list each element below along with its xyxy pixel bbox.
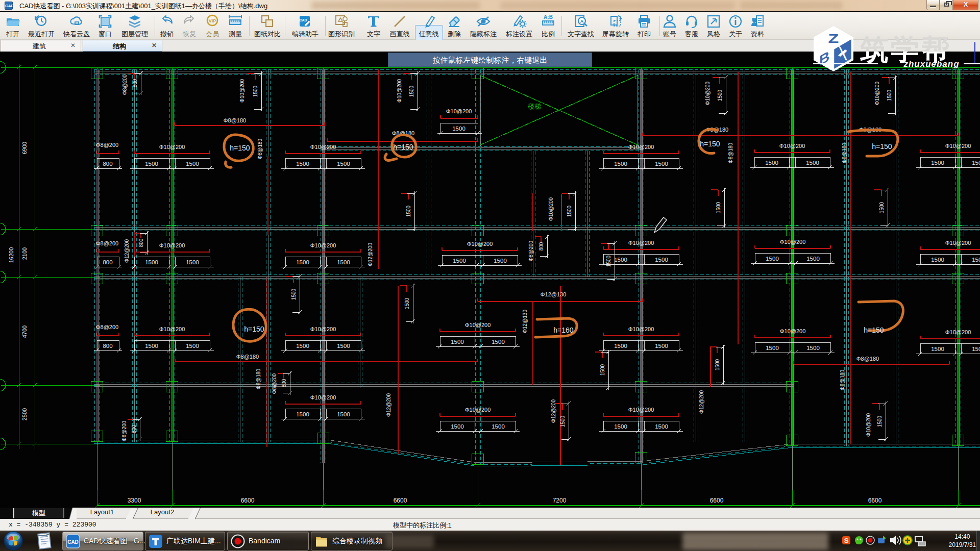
svg-text:Φ8@180: Φ8@180 [842, 142, 847, 163]
svg-text:Φ8@200: Φ8@200 [121, 420, 127, 441]
svg-text:Φ10@200: Φ10@200 [467, 241, 493, 247]
svg-text:Φ8@180: Φ8@180 [236, 354, 259, 360]
svg-text:6600: 6600 [868, 497, 882, 504]
svg-text:Φ8@180: Φ8@180 [224, 117, 246, 123]
svg-text:Φ8@180: Φ8@180 [840, 369, 845, 390]
svg-text:Φ10@200: Φ10@200 [310, 144, 336, 150]
svg-text:Φ10@200: Φ10@200 [874, 82, 880, 105]
svg-text:Φ8@200: Φ8@200 [96, 142, 118, 148]
svg-text:Φ10@200: Φ10@200 [548, 197, 554, 221]
svg-text:Φ10@200: Φ10@200 [945, 329, 971, 335]
svg-text:Φ8@200: Φ8@200 [528, 240, 534, 261]
svg-text:Φ8@200: Φ8@200 [272, 373, 277, 394]
svg-text:Φ10@200: Φ10@200 [397, 79, 402, 103]
svg-text:Φ8@200: Φ8@200 [96, 324, 118, 330]
svg-text:Φ8@180: Φ8@180 [728, 142, 733, 163]
svg-text:Φ10@200: Φ10@200 [159, 144, 185, 150]
svg-text:2500: 2500 [21, 408, 28, 420]
svg-text:CAD: CAD [67, 539, 79, 545]
svg-text:16200: 16200 [8, 247, 14, 263]
svg-text:Φ10@200: Φ10@200 [310, 242, 336, 248]
svg-text:h=150: h=150 [230, 144, 250, 152]
svg-text:2100: 2100 [21, 247, 28, 260]
svg-text:Φ10@200: Φ10@200 [628, 326, 654, 332]
svg-text:h=150: h=150 [872, 142, 892, 151]
svg-text:Φ10@200: Φ10@200 [866, 413, 871, 437]
svg-text:S: S [844, 537, 849, 544]
svg-text:h=150: h=150 [864, 326, 884, 334]
svg-text:7200: 7200 [553, 497, 567, 504]
svg-text:Φ12@200: Φ12@200 [386, 393, 391, 417]
svg-text:CAD: CAD [299, 18, 307, 22]
svg-text:Φ10@200: Φ10@200 [239, 79, 245, 103]
svg-text:Φ12@130: Φ12@130 [541, 291, 567, 297]
svg-text:Φ8@180: Φ8@180 [856, 356, 879, 362]
svg-text:楼梯: 楼梯 [528, 103, 541, 110]
svg-text:Φ10@200: Φ10@200 [465, 322, 491, 328]
svg-text:Φ12@200: Φ12@200 [368, 243, 373, 266]
svg-text:6600: 6600 [710, 497, 724, 504]
svg-text:Φ12@200: Φ12@200 [551, 399, 556, 423]
svg-text:6900: 6900 [21, 142, 28, 154]
svg-text:Φ10@200: Φ10@200 [628, 407, 654, 413]
svg-text:Φ10@200: Φ10@200 [310, 394, 336, 400]
svg-text:A: A [580, 19, 584, 24]
svg-text:Φ8@180: Φ8@180 [257, 138, 263, 159]
svg-text:6600: 6600 [241, 497, 255, 504]
svg-text:1500: 1500 [452, 126, 465, 132]
svg-text:Φ12@200: Φ12@200 [699, 390, 704, 414]
svg-text:6600: 6600 [394, 497, 407, 504]
svg-text:A:B: A:B [544, 14, 553, 20]
svg-text:VIP: VIP [209, 18, 216, 23]
svg-text:Φ12@130: Φ12@130 [522, 310, 528, 333]
svg-text:Φ10@200: Φ10@200 [465, 407, 491, 413]
svg-text:Φ12@200: Φ12@200 [124, 239, 130, 263]
svg-text:Φ10@200: Φ10@200 [780, 239, 806, 245]
svg-text:Φ10@200: Φ10@200 [705, 82, 710, 105]
svg-text:Φ10@200: Φ10@200 [446, 108, 472, 114]
svg-text:Φ8@180: Φ8@180 [256, 368, 261, 389]
svg-text:Φ10@200: Φ10@200 [628, 144, 654, 150]
svg-text:Φ10@200: Φ10@200 [945, 240, 971, 246]
svg-text:4700: 4700 [21, 325, 28, 338]
svg-text:h=150: h=150 [393, 143, 413, 151]
svg-text:h=160: h=160 [553, 326, 574, 334]
svg-text:Φ8@200: Φ8@200 [96, 240, 118, 246]
svg-text:h=150: h=150 [700, 140, 720, 148]
svg-text:Φ10@200: Φ10@200 [310, 326, 336, 332]
svg-text:Φ10@200: Φ10@200 [159, 326, 185, 332]
svg-text:h=150: h=150 [244, 325, 264, 333]
svg-text:Φ10@200: Φ10@200 [628, 240, 654, 246]
svg-text:Φ10@200: Φ10@200 [159, 242, 185, 248]
svg-text:Φ8@200: Φ8@200 [122, 74, 128, 95]
svg-text:3300: 3300 [128, 497, 141, 504]
svg-text:Φ10@200: Φ10@200 [779, 143, 805, 149]
svg-text:Φ10@200: Φ10@200 [945, 143, 971, 149]
svg-text:Φ10@200: Φ10@200 [780, 328, 806, 334]
